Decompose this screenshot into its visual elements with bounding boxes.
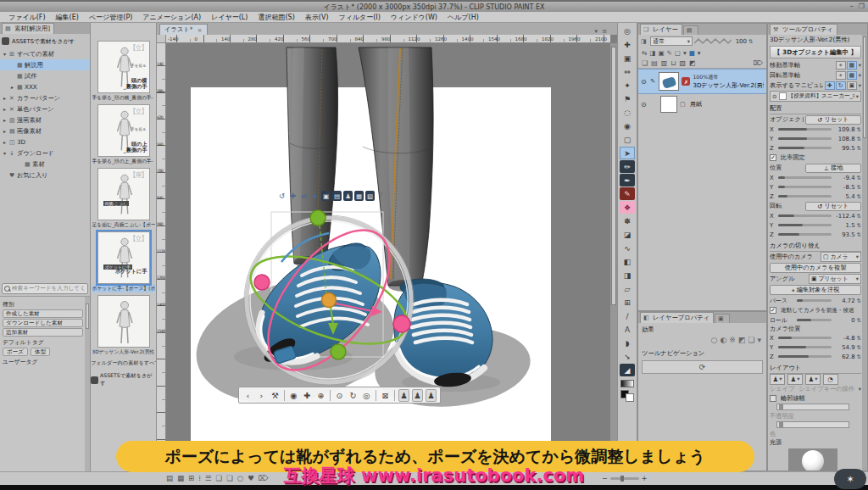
slider-track[interactable] — [778, 128, 832, 131]
opacity-spinner[interactable]: ⇅ — [748, 38, 753, 45]
axis-mode-icon[interactable]: ▦ — [847, 61, 857, 70]
spinner[interactable]: ⇅ — [857, 136, 861, 142]
spinner[interactable]: ⇅ — [857, 184, 861, 191]
layer-color-icon[interactable]: ❏ — [748, 336, 754, 344]
pose-sphere-icon[interactable]: ◔ — [823, 374, 838, 385]
spinner[interactable]: ⇅ — [857, 298, 861, 304]
material-tree-item[interactable]: ▦ 解説用 — [0, 59, 90, 70]
tree-arrow-icon[interactable]: ▸ — [3, 117, 9, 123]
object-move-icon[interactable]: ↻ — [348, 389, 359, 402]
layer-property-tab[interactable]: ◧ レイヤープロパティ — [640, 312, 714, 323]
gradient-preview-chip[interactable] — [620, 380, 634, 387]
menu-item[interactable]: アニメーション(A) — [137, 13, 206, 22]
new-layer-icon[interactable]: ❏ — [642, 59, 648, 67]
sep[interactable] — [376, 390, 376, 401]
spinner[interactable]: ⇅ — [857, 175, 861, 181]
tree-arrow-icon[interactable]: ▸ — [11, 84, 17, 90]
tool-navigation-bar[interactable]: ⟳ — [642, 360, 763, 374]
canvas-vertical-scrollbar[interactable] — [610, 43, 617, 471]
text-tool-icon[interactable]: A — [620, 323, 635, 336]
filter-kind-button[interactable]: 作成した素材 — [3, 309, 83, 318]
help-icon[interactable]: ? — [376, 191, 386, 201]
figure-c-icon[interactable]: ♟▾ — [805, 374, 821, 385]
outline-width-slider[interactable] — [776, 404, 849, 410]
model-pose-b-icon[interactable]: ♟ — [412, 389, 423, 402]
pose-mode-icon[interactable]: ♟ — [343, 191, 353, 201]
mask-layer-icon[interactable]: ◩ — [689, 59, 696, 67]
material-item[interactable]: 【立】 手を振る 頭の上 _裏側の手 手を振る_頭の上_裏側の手-【ポ… — [91, 104, 156, 165]
menu-item[interactable]: レイヤー(L) — [206, 13, 253, 22]
position-slider-row[interactable]: X -9.4 ⇅ — [770, 173, 861, 182]
material-search-input[interactable]: 検索キーワードを入力してく × — [2, 283, 88, 294]
selection-tool-icon[interactable]: ⚑ — [620, 92, 635, 105]
next-button[interactable]: › — [256, 389, 267, 402]
tree-arrow-icon[interactable]: ▾ — [3, 51, 9, 57]
perspective-slider-row[interactable]: パース 4.72 ⇅ — [770, 296, 861, 305]
scale-slider-row[interactable]: Y 108.8 ⇅ — [770, 134, 861, 143]
lock-ground-icon[interactable]: ⊠ — [380, 389, 391, 402]
material-tree-item[interactable]: ▾ ↓ ダウンロード — [0, 148, 90, 159]
material-tree-item[interactable]: ▾ ⊞ すべての素材 — [0, 48, 90, 59]
manip-handle-pink-left[interactable] — [254, 275, 270, 290]
mask-dd-icon[interactable]: ▾ — [683, 49, 687, 57]
filter-kind-button[interactable]: ダウンロードした素材 — [3, 319, 83, 327]
manipulator-mode-icon[interactable]: ✚ — [825, 81, 835, 90]
material-thumbnail[interactable]: 【立】 手を振る 頭の上 _裏側の手 — [97, 104, 150, 157]
tone-effect-icon[interactable]: ◐ — [720, 336, 726, 344]
eraser-tool-icon[interactable]: ◪ — [620, 228, 635, 241]
menu-item[interactable]: ウィンドウ(W) — [386, 13, 442, 22]
object-snap-icon[interactable]: ◎ — [361, 389, 372, 402]
layer-visible-icon[interactable]: ⊙ — [641, 78, 648, 86]
close-tab-icon[interactable]: × — [198, 26, 203, 34]
material-tree-item[interactable]: ▸ ▥ 漫画素材 — [0, 114, 90, 125]
layer-visible-icon[interactable]: ⊙ — [641, 101, 648, 109]
model-opacity-slider[interactable] — [776, 421, 849, 428]
correction-tool-icon[interactable]: ➘ — [620, 350, 635, 363]
clear-search-icon[interactable]: × — [87, 286, 88, 292]
material-tree-item[interactable]: ♥ お気に入り — [0, 170, 90, 181]
slider-track[interactable] — [778, 176, 832, 179]
slider-track[interactable] — [778, 355, 832, 358]
settings-mode-icon[interactable]: ▧ — [365, 191, 375, 201]
spinner[interactable]: ⇅ — [857, 145, 861, 152]
opacity-value[interactable]: 100 — [733, 38, 747, 45]
manipulator-mode-icon[interactable]: ▣ — [847, 81, 857, 90]
minimize-button[interactable]: – — [850, 3, 854, 10]
object-mode-icon[interactable]: ▤ — [332, 191, 342, 201]
duplicate-camera-button[interactable]: 使用中のカメラを複製 — [770, 263, 861, 273]
slider-track[interactable] — [778, 195, 832, 198]
prev-button[interactable]: ‹ — [242, 389, 253, 402]
material-tree-item[interactable]: ▸ ▦ XXX — [0, 81, 90, 92]
camera-position-slider-row[interactable]: Y 54.9 ⇅ — [770, 342, 861, 352]
ratio-lock-checkbox[interactable]: ✓ — [770, 154, 776, 161]
slider-track[interactable] — [778, 147, 832, 149]
show-all-link[interactable]: フォルダー内の素材をすべて表示 — [91, 359, 156, 367]
border-effect-icon[interactable]: ○ — [711, 336, 718, 344]
ref-layer-icon[interactable]: ■ — [689, 49, 695, 57]
spinner[interactable]: ⇅ — [857, 126, 861, 133]
ruler-tool-icon[interactable]: ∕ — [620, 309, 635, 322]
eye-icon[interactable]: ⊙ — [772, 93, 777, 100]
operation-frame-icon[interactable]: ▣ — [620, 52, 635, 64]
zoom-tool-icon[interactable]: ◎ — [620, 25, 635, 37]
ratio-lock-row[interactable]: ✓ 比率固定 — [770, 153, 861, 163]
tag-chip[interactable]: ポーズ — [3, 348, 28, 356]
filter-kind-button[interactable]: 追加素材 — [3, 328, 83, 337]
tree-arrow-icon[interactable]: ▾ — [3, 150, 9, 156]
menu-item[interactable]: 編集(E) — [51, 13, 84, 22]
material-palette-tab[interactable]: ▤ 素材[解説用] — [2, 23, 54, 34]
object-rotate-icon[interactable]: ⊙ — [334, 389, 345, 402]
manip-handle-green-bottom[interactable] — [331, 344, 346, 359]
new-folder-icon[interactable]: ▤ — [651, 59, 658, 67]
panel-menu-icon[interactable]: ≡ — [602, 28, 607, 35]
tag-chip[interactable]: 体型 — [31, 348, 50, 356]
scale-mode-icon[interactable]: ◈ — [310, 191, 320, 201]
angle-preset-select[interactable]: ▣ プリセット ▾ — [809, 274, 861, 284]
material-thumbnail[interactable]: 【立】 手を振る 頭の横 _裏側の手 — [97, 41, 150, 93]
link-camera-row[interactable]: ✓ 連動してカメラを前進・後退 — [770, 305, 861, 315]
tree-arrow-icon[interactable]: ▸ — [3, 128, 9, 134]
axis-mode-icon[interactable]: ▦ — [847, 71, 857, 80]
subtool-settings-icon[interactable]: ⚒ — [270, 389, 281, 402]
canvas-tab[interactable]: イラスト* × — [159, 24, 208, 35]
layer-palette-tab[interactable]: ❏ レイヤー — [640, 24, 682, 35]
